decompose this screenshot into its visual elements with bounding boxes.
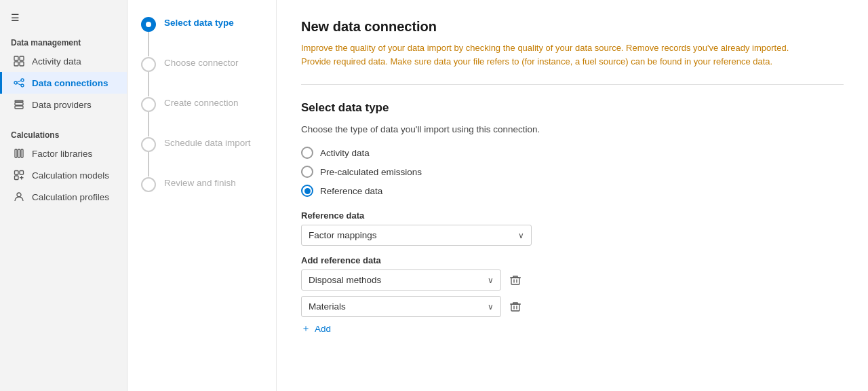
radio-label-reference: Reference data (320, 186, 382, 196)
svg-point-20 (17, 193, 21, 197)
step-circle-3 (141, 97, 156, 112)
radio-reference-data[interactable]: Reference data (301, 185, 844, 197)
radio-inner-reference (304, 188, 311, 194)
svg-rect-22 (511, 304, 519, 311)
svg-rect-14 (21, 149, 23, 157)
step-label-4: Schedule data import (164, 136, 251, 168)
step-review-and-finish: Review and finish (141, 176, 262, 208)
add-reference-value-2: Materials (309, 301, 346, 312)
sidebar-item-activity-data[interactable]: Activity data (0, 50, 127, 72)
svg-line-7 (17, 81, 21, 83)
delete-reference-row-2-button[interactable] (507, 298, 524, 316)
add-reference-dropdown-2[interactable]: Materials ∨ (301, 296, 501, 317)
step-label-2: Choose connector (164, 56, 239, 88)
sidebar-item-label: Data providers (32, 100, 92, 110)
step-circle-5 (141, 177, 156, 192)
add-reference-data-label: Add reference data (301, 255, 844, 265)
radio-label-activity: Activity data (320, 148, 370, 158)
svg-point-5 (21, 79, 24, 81)
radio-outer-reference (301, 185, 313, 197)
add-reference-button[interactable]: ＋ Add (301, 322, 331, 335)
page-title: New data connection (301, 19, 844, 35)
svg-rect-1 (20, 56, 24, 60)
add-reference-data-section: Add reference data Disposal methods ∨ Ma… (301, 255, 844, 335)
sidebar-item-calculation-models[interactable]: Calculation models (0, 164, 127, 186)
svg-line-8 (17, 83, 21, 86)
sidebar: ☰ Data management Activity data Data con… (0, 0, 127, 391)
data-providers-icon (13, 98, 25, 111)
step-label-3: Create connection (164, 96, 239, 128)
hamburger-icon: ☰ (11, 12, 20, 23)
svg-rect-11 (15, 100, 23, 102)
section-description: Choose the type of data you'll import us… (301, 124, 844, 134)
reference-data-dropdown-value: Factor mappings (309, 230, 377, 240)
sidebar-section-calculations: Calculations Factor libraries Calculatio… (0, 125, 127, 208)
svg-rect-21 (511, 278, 519, 284)
svg-rect-17 (15, 176, 19, 180)
radio-outer-precalc (301, 166, 313, 178)
sidebar-item-data-connections[interactable]: Data connections (0, 72, 127, 94)
svg-rect-10 (15, 103, 23, 105)
step-circle-2 (141, 57, 156, 72)
section-title-calculations: Calculations (0, 125, 127, 143)
radio-pre-calculated[interactable]: Pre-calculated emissions (301, 166, 844, 178)
svg-rect-16 (20, 171, 24, 175)
delete-reference-row-1-button[interactable] (507, 272, 524, 289)
step-circle-1 (141, 17, 156, 32)
add-plus-icon: ＋ (301, 322, 311, 335)
dropdown-chevron-icon: ∨ (518, 231, 524, 240)
step-create-connection: Create connection (141, 96, 262, 136)
add-reference-row-1: Disposal methods ∨ (301, 269, 844, 291)
data-type-radio-group: Activity data Pre-calculated emissions R… (301, 147, 844, 197)
add-button-label: Add (315, 324, 331, 334)
sidebar-item-label: Calculation profiles (32, 192, 109, 202)
sidebar-item-label: Activity data (32, 56, 81, 67)
reference-data-dropdown[interactable]: Factor mappings ∨ (301, 225, 532, 246)
main-content: New data connection Improve the quality … (277, 0, 868, 391)
radio-activity-data[interactable]: Activity data (301, 147, 844, 159)
svg-point-6 (21, 84, 24, 87)
sidebar-item-label: Factor libraries (32, 149, 92, 159)
section-heading: Select data type (301, 101, 844, 115)
sidebar-item-factor-libraries[interactable]: Factor libraries (0, 143, 127, 164)
section-title-data-management: Data management (0, 33, 127, 50)
step-select-data-type: Select data type (141, 16, 262, 56)
svg-rect-3 (20, 62, 24, 66)
data-connections-icon (13, 77, 25, 89)
add-reference-row-2: Materials ∨ (301, 296, 844, 317)
svg-rect-9 (15, 106, 23, 109)
svg-rect-2 (14, 62, 18, 66)
sidebar-item-label: Data connections (32, 78, 108, 88)
svg-rect-13 (18, 149, 20, 157)
sidebar-item-data-providers[interactable]: Data providers (0, 94, 127, 115)
info-text: Improve the quality of your data import … (301, 41, 796, 68)
step-schedule-data-import: Schedule data import (141, 136, 262, 176)
wizard-steps-panel: Select data type Choose connector Create… (127, 0, 277, 391)
svg-point-4 (14, 81, 17, 84)
reference-data-field-label: Reference data (301, 210, 844, 221)
step-label-1: Select data type (164, 16, 234, 48)
hamburger-button[interactable]: ☰ (0, 5, 127, 33)
activity-data-icon (13, 55, 25, 67)
dropdown-chevron-icon-2: ∨ (488, 302, 494, 312)
radio-outer-activity (301, 147, 313, 159)
sidebar-section-data-management: Data management Activity data Data conne… (0, 33, 127, 115)
sidebar-item-calculation-profiles[interactable]: Calculation profiles (0, 186, 127, 208)
sidebar-item-label: Calculation models (32, 170, 109, 181)
step-choose-connector: Choose connector (141, 56, 262, 96)
calculation-models-icon (13, 169, 25, 181)
factor-libraries-icon (13, 147, 25, 160)
radio-label-precalc: Pre-calculated emissions (320, 167, 422, 177)
add-reference-value-1: Disposal methods (309, 275, 381, 285)
reference-data-field: Reference data Factor mappings ∨ (301, 210, 844, 246)
svg-rect-12 (15, 149, 17, 157)
step-circle-4 (141, 137, 156, 152)
dropdown-chevron-icon-1: ∨ (488, 276, 494, 285)
calculation-profiles-icon (13, 191, 25, 203)
section-divider (301, 84, 844, 85)
svg-rect-0 (14, 56, 18, 60)
svg-rect-15 (15, 171, 19, 175)
add-reference-dropdown-1[interactable]: Disposal methods ∨ (301, 269, 501, 291)
step-label-5: Review and finish (164, 176, 236, 208)
